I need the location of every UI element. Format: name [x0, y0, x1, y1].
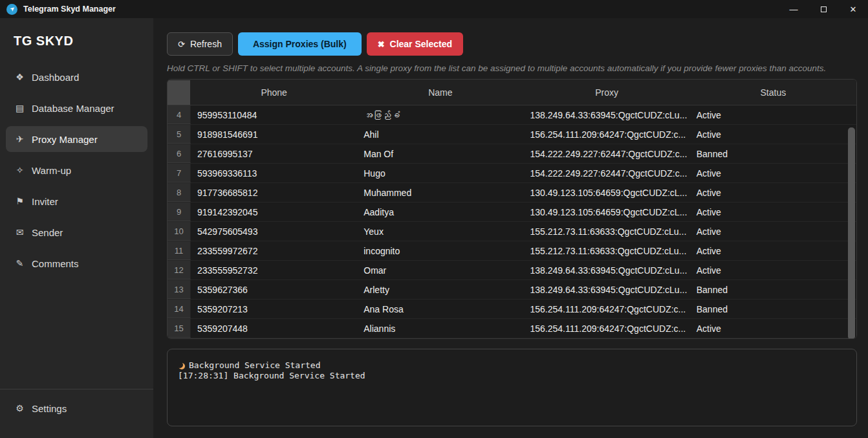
table-row[interactable]: 4 959953110484 အဖြည်ခံ 138.249.64.33:639… [168, 105, 856, 125]
table-row[interactable]: 7 593969336113 Hugo 154.222.249.227:6244… [168, 164, 856, 183]
table-row[interactable]: 10 542975605493 Yeux 155.212.73.11:63633… [168, 222, 856, 241]
sidebar-item-dashboard[interactable]: ❖ Dashboard [6, 64, 147, 90]
window-controls: — ✕ [779, 0, 868, 18]
table-row[interactable]: 8 917736685812 Muhammed 130.49.123.105:6… [168, 183, 856, 203]
table-row[interactable]: 12 233555952732 Omar 138.249.64.33:63945… [168, 261, 856, 280]
row-number-cell[interactable]: 13 [168, 280, 191, 299]
phone-cell: 917736685812 [191, 183, 357, 202]
app-logo-icon: ➤ [6, 4, 17, 15]
sidebar-item-sender[interactable]: ✉ Sender [6, 219, 147, 245]
name-cell: Yeux [357, 222, 523, 241]
refresh-button[interactable]: ⟳ Refresh [167, 32, 233, 56]
row-number-cell[interactable]: 10 [168, 222, 191, 241]
name-cell: အဖြည်ခံ [357, 105, 523, 124]
row-number-cell[interactable]: 9 [168, 203, 191, 221]
table-row[interactable]: 11 233559972672 incognito 155.212.73.11:… [168, 241, 856, 261]
clear-x-icon: ✖ [378, 39, 385, 49]
sidebar-item-label: Warm-up [32, 165, 71, 176]
log-line-text: Background Service Started [189, 360, 321, 371]
status-cell: Active [690, 261, 856, 279]
selection-hint-text: Hold CTRL or SHIFT to select multiple ac… [167, 63, 857, 73]
status-cell: Active [690, 319, 856, 338]
sidebar-item-icon: ✧ [14, 165, 25, 175]
sidebar-item-database-manager[interactable]: ▤ Database Manager [6, 95, 147, 121]
moon-icon [177, 362, 183, 368]
phone-cell: 959953110484 [191, 105, 357, 124]
column-header-phone[interactable]: Phone [191, 80, 357, 105]
row-number-cell[interactable]: 15 [168, 319, 191, 338]
sidebar-item-inviter[interactable]: ⚑ Inviter [6, 188, 147, 214]
name-cell: Hugo [357, 164, 523, 182]
row-number-cell[interactable]: 6 [168, 144, 191, 163]
proxy-cell: 156.254.111.209:64247:QgctCUDZ:c... [524, 125, 690, 144]
sidebar-item-icon: ❖ [14, 72, 25, 82]
phone-cell: 5359207213 [191, 300, 357, 318]
table-vertical-scrollbar[interactable] [848, 127, 855, 339]
status-cell: Active [690, 183, 856, 202]
row-number-cell[interactable]: 14 [168, 300, 191, 318]
column-header-proxy[interactable]: Proxy [524, 80, 690, 105]
log-line: Background Service Started [178, 360, 846, 371]
status-cell: Active [690, 222, 856, 241]
status-cell: Banned [690, 144, 856, 163]
column-header-name[interactable]: Name [357, 80, 523, 105]
refresh-icon: ⟳ [178, 39, 185, 49]
sidebar-item-label: Comments [32, 258, 79, 269]
maximize-button[interactable] [808, 0, 838, 18]
proxy-cell: 154.222.249.227:62447:QgctCUDZ:c... [524, 144, 690, 163]
status-cell: Active [690, 125, 856, 144]
sidebar-item-warm-up[interactable]: ✧ Warm-up [6, 157, 147, 183]
proxy-cell: 155.212.73.11:63633:QgctCUDZ:cLu... [524, 241, 690, 260]
sidebar-item-label: Settings [32, 403, 67, 414]
clear-selected-button[interactable]: ✖ Clear Selected [367, 32, 463, 56]
name-cell: Aliannis [357, 319, 523, 338]
assign-proxies-button[interactable]: Assign Proxies (Bulk) [238, 32, 362, 56]
table-row[interactable]: 13 5359627366 Arletty 138.249.64.33:6394… [168, 280, 856, 300]
close-button[interactable]: ✕ [838, 0, 868, 18]
table-body: 4 959953110484 အဖြည်ခံ 138.249.64.33:639… [168, 105, 856, 338]
sidebar-item-comments[interactable]: ✎ Comments [6, 250, 147, 276]
row-number-cell[interactable]: 8 [168, 183, 191, 202]
sidebar-item-icon: ▤ [14, 103, 25, 113]
name-cell: Ana Rosa [357, 300, 523, 318]
proxy-cell: 138.249.64.33:63945:QgctCUDZ:cLu... [524, 105, 690, 124]
phone-cell: 233559972672 [191, 241, 357, 260]
gear-icon: ⚙ [14, 403, 25, 413]
log-line-text: [17:28:31] Background Service Started [178, 371, 365, 381]
brand-title: TG SKYD [0, 18, 153, 60]
sidebar-bottom: ⚙ Settings [0, 389, 153, 438]
sidebar-item-proxy-manager[interactable]: ✈ Proxy Manager [6, 126, 147, 152]
name-cell: Muhammed [357, 183, 523, 202]
table-row[interactable]: 15 5359207448 Aliannis 156.254.111.209:6… [168, 319, 856, 338]
table-row[interactable]: 5 918981546691 Ahil 156.254.111.209:6424… [168, 125, 856, 144]
proxy-cell: 138.249.64.33:63945:QgctCUDZ:cLu... [524, 280, 690, 299]
proxy-cell: 156.254.111.209:64247:QgctCUDZ:c... [524, 319, 690, 338]
proxy-cell: 130.49.123.105:64659:QgctCUDZ:cL... [524, 203, 690, 221]
row-number-cell[interactable]: 5 [168, 125, 191, 144]
column-header-status[interactable]: Status [690, 80, 856, 105]
clear-selected-label: Clear Selected [390, 39, 453, 49]
table-row[interactable]: 6 27616995137 Man Of 154.222.249.227:624… [168, 144, 856, 164]
row-number-cell[interactable]: 11 [168, 241, 191, 260]
sidebar-item-settings[interactable]: ⚙ Settings [6, 395, 147, 421]
minimize-button[interactable]: — [779, 0, 808, 18]
table-row[interactable]: 14 5359207213 Ana Rosa 156.254.111.209:6… [168, 300, 856, 319]
sidebar-item-label: Proxy Manager [32, 134, 98, 145]
log-line: [17:28:31] Background Service Started [178, 371, 846, 381]
phone-cell: 593969336113 [191, 164, 357, 182]
table-corner-cell[interactable] [168, 80, 190, 105]
phone-cell: 5359627366 [191, 280, 357, 299]
sidebar-item-label: Sender [32, 227, 63, 238]
table-row[interactable]: 9 919142392045 Aaditya 130.49.123.105:64… [168, 203, 856, 222]
name-cell: incognito [357, 241, 523, 260]
name-cell: Ahil [357, 125, 523, 144]
table-header-row: Phone Name Proxy Status [168, 80, 856, 105]
phone-cell: 5359207448 [191, 319, 357, 338]
phone-cell: 27616995137 [191, 144, 357, 163]
refresh-label: Refresh [190, 39, 222, 49]
status-cell: Active [690, 164, 856, 182]
row-number-cell[interactable]: 7 [168, 164, 191, 182]
row-number-cell[interactable]: 12 [168, 261, 191, 279]
row-number-cell[interactable]: 4 [168, 105, 191, 124]
assign-proxies-label: Assign Proxies (Bulk) [253, 39, 347, 49]
